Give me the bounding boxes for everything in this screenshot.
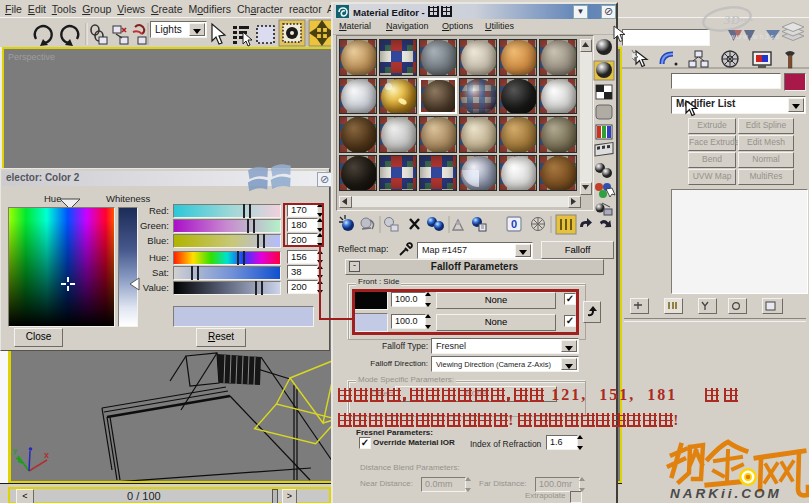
svg-text:y: y [13,446,17,455]
svg-text:x: x [44,450,49,460]
svg-text:0: 0 [511,218,517,230]
